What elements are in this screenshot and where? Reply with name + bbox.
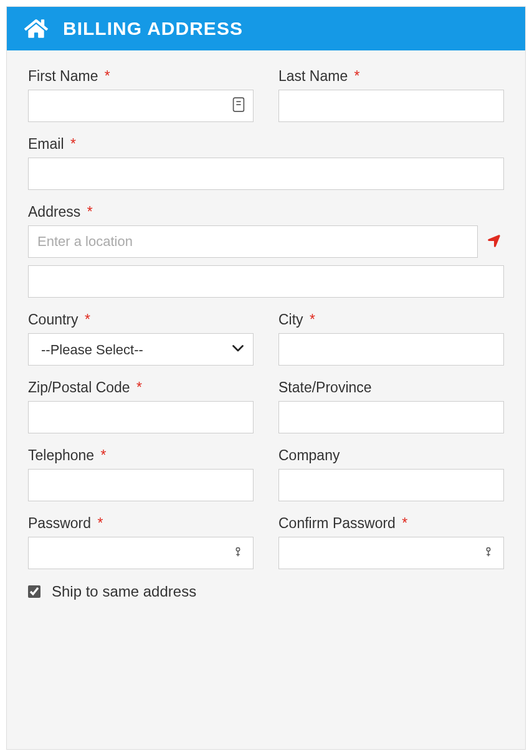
confirm-password-field: Confirm Password * xyxy=(278,515,504,569)
state-field: State/Province xyxy=(278,379,504,433)
state-label: State/Province xyxy=(278,379,372,395)
company-label: Company xyxy=(278,447,340,463)
first-name-label: First Name xyxy=(28,68,98,84)
ship-same-label: Ship to same address xyxy=(52,583,196,600)
first-name-input[interactable] xyxy=(28,90,254,122)
company-input[interactable] xyxy=(278,469,504,501)
required-marker: * xyxy=(97,515,103,531)
telephone-input[interactable] xyxy=(28,469,254,501)
required-marker: * xyxy=(136,379,142,395)
email-field: Email * xyxy=(28,136,504,190)
required-marker: * xyxy=(85,311,90,328)
last-name-label: Last Name xyxy=(278,68,348,84)
required-marker: * xyxy=(310,311,315,328)
confirm-password-input[interactable] xyxy=(278,537,504,569)
country-select[interactable]: --Please Select-- xyxy=(28,333,254,366)
email-label: Email xyxy=(28,136,64,152)
password-field: Password * xyxy=(28,515,254,569)
telephone-label: Telephone xyxy=(28,447,94,463)
locate-button[interactable] xyxy=(484,231,504,253)
address-line1-input[interactable] xyxy=(28,225,478,258)
city-field: City * xyxy=(278,311,504,366)
required-marker: * xyxy=(402,515,407,531)
form-body: First Name * Last Name * xyxy=(7,50,525,613)
company-field: Company xyxy=(278,447,504,501)
last-name-input[interactable] xyxy=(278,90,504,122)
city-label: City xyxy=(278,311,303,328)
required-marker: * xyxy=(101,447,107,463)
zip-input[interactable] xyxy=(28,401,254,433)
address-label: Address xyxy=(28,204,80,220)
panel-title: BILLING ADDRESS xyxy=(63,18,243,39)
telephone-field: Telephone * xyxy=(28,447,254,501)
home-icon xyxy=(24,18,48,39)
state-input[interactable] xyxy=(278,401,504,433)
first-name-field: First Name * xyxy=(28,68,254,122)
zip-field: Zip/Postal Code * xyxy=(28,379,254,433)
required-marker: * xyxy=(70,136,76,152)
city-input[interactable] xyxy=(278,333,504,366)
required-marker: * xyxy=(87,204,93,220)
confirm-password-label: Confirm Password xyxy=(278,515,396,531)
password-input[interactable] xyxy=(28,537,254,569)
country-field: Country * --Please Select-- xyxy=(28,311,254,366)
last-name-field: Last Name * xyxy=(278,68,504,122)
password-label: Password xyxy=(28,515,91,531)
ship-same-checkbox[interactable] xyxy=(28,585,40,598)
address-line2-input[interactable] xyxy=(28,265,504,298)
billing-address-panel: BILLING ADDRESS First Name * Last Name xyxy=(6,6,526,750)
panel-header: BILLING ADDRESS xyxy=(7,7,525,50)
required-marker: * xyxy=(105,68,110,84)
location-arrow-icon xyxy=(487,234,501,250)
required-marker: * xyxy=(354,68,360,84)
zip-label: Zip/Postal Code xyxy=(28,379,130,395)
country-label: Country xyxy=(28,311,78,328)
email-input[interactable] xyxy=(28,158,504,190)
